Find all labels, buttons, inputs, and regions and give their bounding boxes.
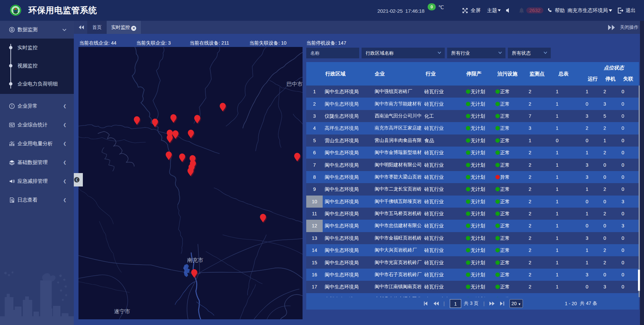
svg-text:遂宁市: 遂宁市 [114, 309, 130, 314]
svg-text:巴中市: 巴中市 [286, 81, 303, 87]
svg-text:南充市: 南充市 [187, 257, 203, 263]
